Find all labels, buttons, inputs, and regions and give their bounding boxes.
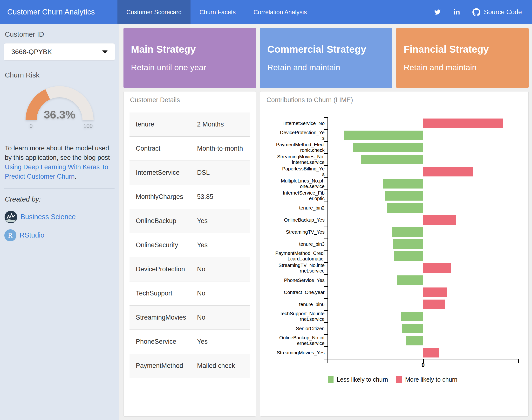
source-code-link[interactable]: Source Code <box>472 8 522 16</box>
chart-row: StreamingMovies_No. internet.service <box>266 153 519 165</box>
row-value: 2 Months <box>197 112 250 136</box>
bar-less-likely <box>397 275 423 285</box>
bar-less-likely <box>344 131 423 140</box>
row-value: Month-to-month <box>197 137 250 161</box>
credit-rstudio: R RStudio <box>4 229 115 241</box>
table-row: PaymentMethodMailed check <box>129 354 250 378</box>
row-value: 53.85 <box>197 185 250 209</box>
bar-more-likely <box>423 167 473 177</box>
customer-id-label: Customer ID <box>5 30 115 38</box>
chart-row: OnlineBackup_Yes <box>266 214 519 226</box>
customer-id-select[interactable]: 3668-QPYBK <box>4 43 115 60</box>
chart-track <box>327 347 519 359</box>
bar-less-likely <box>387 203 423 213</box>
rstudio-logo-icon: R <box>4 229 16 241</box>
card-subtitle: Retain until one year <box>131 63 248 72</box>
table-row: DeviceProtectionNo <box>129 257 250 282</box>
customer-details-panel: Customer Details tenure2 MonthsContractM… <box>124 91 256 417</box>
chart-category-label: StreamingMovies_No. internet.service <box>266 153 327 165</box>
row-key: TechSupport <box>129 282 197 305</box>
gauge-min-label: 0 <box>29 123 33 129</box>
legend-swatch <box>396 376 402 383</box>
chart-track <box>327 286 519 298</box>
blog-post-link[interactable]: Using Deep Learning With Keras To Predic… <box>5 164 108 180</box>
chart-legend: Less likely to churnMore likely to churn <box>266 376 519 383</box>
navbar-right: in Source Code <box>434 0 532 24</box>
chart-track <box>327 310 519 322</box>
legend-item: More likely to churn <box>396 376 458 383</box>
chart-category-label: DeviceProtection_Ye s <box>266 129 327 141</box>
chart-track <box>327 165 519 178</box>
chart-row: OnlineBackup_No.int ernet.service <box>266 335 519 347</box>
chart-row: DeviceProtection_Ye s <box>266 129 519 141</box>
chart-track <box>327 250 519 262</box>
twitter-icon[interactable] <box>434 9 441 15</box>
bar-less-likely <box>392 227 423 237</box>
app-title: Customer Churn Analytics <box>0 0 117 24</box>
linkedin-icon[interactable]: in <box>454 8 460 16</box>
bar-less-likely <box>393 239 423 249</box>
churn-contributions-header: Contributions to Churn (LIME) <box>260 91 528 109</box>
row-key: PaymentMethod <box>129 354 197 378</box>
x-axis-tick <box>518 360 519 363</box>
chart-track <box>327 298 519 310</box>
chart-track <box>327 202 519 214</box>
bar-less-likely <box>402 324 423 333</box>
chart-track <box>327 335 519 347</box>
row-value: No <box>197 306 250 330</box>
table-row: ContractMonth-to-month <box>129 137 250 161</box>
row-value: No <box>197 257 250 281</box>
x-axis-tick <box>327 360 328 363</box>
chart-category-label: MultipleLines_No.ph one.service <box>266 178 327 190</box>
chart-x-axis <box>327 359 519 360</box>
commercial-strategy-card: Commercial Strategy Retain and maintain <box>260 28 392 88</box>
chart-row: tenure_bin2 <box>266 202 519 214</box>
row-value: No <box>197 282 250 305</box>
bar-less-likely <box>383 179 423 189</box>
chart-category-label: TechSupport_No.inte rnet.service <box>266 310 327 322</box>
chart-category-label: PaperlessBilling_Ye s <box>266 165 327 178</box>
lime-chart: InternetService_NoDeviceProtection_Ye sP… <box>266 117 519 383</box>
chart-row: tenure_bin3 <box>266 238 519 250</box>
sidebar-divider <box>4 188 114 189</box>
legend-label: Less likely to churn <box>337 376 388 383</box>
github-icon <box>472 8 480 16</box>
main-content: Main Strategy Retain until one year Comm… <box>119 24 532 420</box>
navbar: Customer Churn Analytics Customer Scorec… <box>0 0 532 24</box>
chart-row: InternetService_Fib er.optic <box>266 190 519 202</box>
chart-row: MultipleLines_No.ph one.service <box>266 178 519 190</box>
business-science-link[interactable]: Business Science <box>20 213 76 221</box>
bar-less-likely <box>406 336 423 345</box>
chart-category-label: tenure_bin3 <box>266 238 327 250</box>
card-title: Commercial Strategy <box>267 44 385 55</box>
row-key: Contract <box>129 137 197 161</box>
chart-row: PhoneService_Yes <box>266 274 519 286</box>
chart-category-label: InternetService_Fib er.optic <box>266 190 327 202</box>
nav-tabs: Customer ScorecardChurn FacetsCorrelatio… <box>117 0 316 24</box>
credit-business-science: Business Science <box>4 210 115 224</box>
bar-less-likely <box>353 143 423 152</box>
customer-details-table: tenure2 MonthsContractMonth-to-monthInte… <box>129 112 250 378</box>
created-by-label: Created by: <box>5 195 114 203</box>
rstudio-link[interactable]: RStudio <box>20 231 44 239</box>
chart-row: PaymentMethod_Credi t.card..automatic. <box>266 250 519 262</box>
bar-more-likely <box>423 348 439 358</box>
chart-row: PaymentMethod_Elect ronic.check <box>266 141 519 153</box>
bar-less-likely <box>385 191 423 201</box>
chart-row: tenure_bin6 <box>266 298 519 310</box>
tab-correlation-analysis[interactable]: Correlation Analysis <box>245 0 316 24</box>
row-value: Yes <box>197 233 250 257</box>
tab-customer-scorecard[interactable]: Customer Scorecard <box>117 0 191 24</box>
legend-swatch <box>328 376 334 383</box>
bar-less-likely <box>401 312 423 321</box>
source-code-label: Source Code <box>484 8 522 16</box>
row-value: DSL <box>197 161 250 185</box>
row-key: OnlineBackup <box>129 209 197 233</box>
chevron-down-icon <box>102 50 108 54</box>
chart-rows: InternetService_NoDeviceProtection_Ye sP… <box>266 117 519 359</box>
table-row: TechSupportNo <box>129 282 250 306</box>
card-title: Main Strategy <box>131 44 248 55</box>
row-key: OnlineSecurity <box>129 233 197 257</box>
tab-churn-facets[interactable]: Churn Facets <box>191 0 245 24</box>
gauge-max-label: 100 <box>83 123 92 129</box>
